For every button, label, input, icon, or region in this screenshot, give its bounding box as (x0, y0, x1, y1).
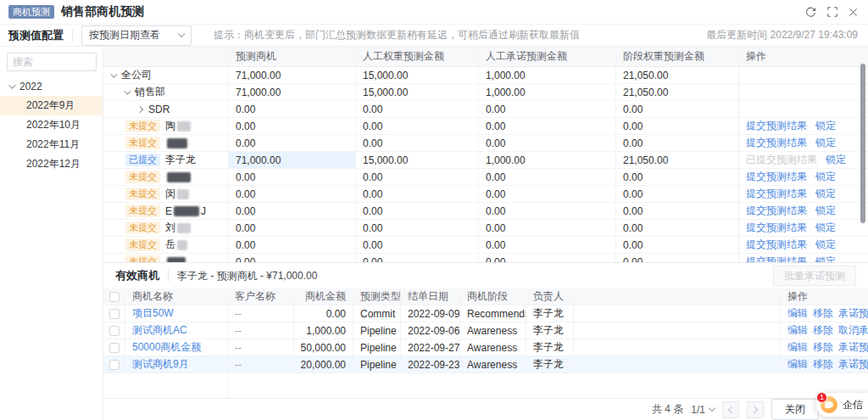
forecast-header-row: 预测商机人工权重预测金额人工承诺预测金额阶段权重预测金额操作 (103, 47, 868, 67)
group-name: SDR (148, 104, 170, 115)
cancel-commit-link[interactable]: 取消承诺 (838, 323, 868, 338)
lock-link[interactable]: 锁定 (815, 136, 836, 150)
row-checkbox[interactable] (109, 326, 120, 336)
value-cell: 0.00 (229, 186, 356, 202)
lock-link[interactable]: 锁定 (815, 170, 836, 184)
column-header: 客户名称 (228, 288, 294, 305)
close-button[interactable]: 关闭 (771, 399, 819, 420)
status-badge: 未提交 (125, 204, 160, 217)
submit-forecast-link[interactable]: 提交预测结果 (746, 238, 807, 252)
remove-link[interactable]: 移除 (813, 357, 833, 372)
submit-forecast-link[interactable]: 提交预测结果 (746, 136, 807, 150)
name-cell[interactable]: 已提交李子龙 (103, 152, 229, 168)
opportunity-name-link[interactable]: 测试商机AC (132, 323, 187, 338)
name-cell[interactable]: SDR (103, 101, 229, 117)
batch-commit-button[interactable]: 批量承诺预测 (773, 266, 856, 286)
submit-forecast-link[interactable]: 提交预测结果 (746, 255, 807, 262)
actions-cell: 编辑移除承诺预测 (780, 356, 868, 372)
stage-cell: Recommendati... (460, 305, 526, 322)
value-cell: 0.00 (356, 135, 479, 151)
chevron-right-icon[interactable] (136, 105, 143, 112)
name-cell[interactable]: 销售部 (103, 84, 229, 100)
commit-forecast-link[interactable]: 承诺预测 (838, 357, 868, 372)
edit-link[interactable]: 编辑 (787, 306, 808, 321)
value-cell: 0.00 (229, 169, 356, 185)
lock-link[interactable]: 锁定 (815, 221, 836, 235)
checkbox-cell (103, 322, 125, 339)
remove-link[interactable]: 移除 (813, 306, 833, 321)
column-header (103, 47, 229, 66)
column-header: 人工权重预测金额 (356, 47, 479, 66)
column-header: 操作 (739, 47, 868, 66)
submit-forecast-link[interactable]: 提交预测结果 (746, 170, 807, 184)
name-cell[interactable]: 未提交EJ (103, 203, 229, 219)
remove-link[interactable]: 移除 (813, 340, 833, 355)
opportunity-name-link[interactable]: 项目50W (132, 306, 174, 321)
lock-link[interactable]: 锁定 (815, 187, 836, 201)
tree-item-month-0[interactable]: 2022年9月 (0, 96, 103, 115)
value-cell: 0.00 (229, 203, 356, 219)
qixin-widget[interactable]: 1 企信 (816, 393, 868, 417)
prev-page-button[interactable] (722, 401, 739, 418)
edit-link[interactable]: 编辑 (787, 323, 808, 338)
name-cell[interactable]: 未提交 (103, 169, 229, 185)
edit-link[interactable]: 编辑 (787, 340, 808, 355)
commit-forecast-link[interactable]: 承诺预测 (838, 306, 868, 321)
value-cell: 0.00 (229, 237, 356, 253)
submit-forecast-link[interactable]: 提交预测结果 (746, 187, 807, 201)
row-checkbox[interactable] (109, 309, 120, 319)
submit-forecast-link[interactable]: 提交预测结果 (746, 119, 807, 133)
user-name: E (165, 205, 172, 217)
chevron-down-icon[interactable] (110, 70, 117, 77)
row-checkbox[interactable] (109, 343, 120, 353)
refresh-icon[interactable] (805, 7, 816, 18)
value-cell: 0.00 (479, 237, 616, 253)
submit-forecast-link[interactable]: 提交预测结果 (746, 204, 807, 218)
header-checkbox-cell (103, 288, 125, 305)
lock-link[interactable]: 锁定 (826, 153, 846, 167)
lock-link[interactable]: 锁定 (815, 255, 836, 262)
tree-node-year[interactable]: 2022 (0, 77, 103, 96)
column-header: 人工承诺预测金额 (479, 47, 616, 66)
vertical-scrollbar[interactable] (860, 64, 865, 223)
name-cell[interactable]: 未提交 (103, 135, 229, 151)
chevron-down-icon[interactable] (124, 87, 131, 94)
user-name: J (201, 205, 206, 217)
lock-link[interactable]: 锁定 (815, 119, 836, 133)
edit-link[interactable]: 编辑 (787, 357, 808, 372)
name-cell[interactable]: 未提交刘 (103, 220, 229, 236)
forecast-user-row: 未提交0.000.000.000.00提交预测结果锁定 (103, 135, 868, 152)
customer-cell: -- (228, 339, 294, 356)
name-cell[interactable]: 未提交陶 (103, 118, 229, 134)
checkbox-cell (103, 356, 125, 372)
lock-link[interactable]: 锁定 (815, 204, 836, 218)
redacted-name (177, 240, 187, 250)
tree-item-month-3[interactable]: 2022年12月 (0, 154, 103, 174)
next-page-button[interactable] (747, 401, 764, 418)
date-tree: 20222022年9月2022年10月2022年11月2022年12月 (0, 77, 103, 174)
notification-badge: 1 (816, 392, 827, 403)
page-select[interactable]: 1/1 (691, 404, 715, 416)
remove-link[interactable]: 移除 (813, 323, 833, 338)
submit-forecast-link[interactable]: 提交预测结果 (746, 221, 807, 235)
lock-link[interactable]: 锁定 (815, 238, 836, 252)
name-cell[interactable]: 全公司 (103, 67, 229, 83)
row-checkbox[interactable] (109, 360, 120, 370)
select-all-checkbox[interactable] (109, 292, 120, 302)
close-icon[interactable] (849, 8, 858, 17)
opportunity-name-link[interactable]: 测试商机9月 (132, 357, 189, 372)
tree-item-month-1[interactable]: 2022年10月 (0, 115, 103, 135)
status-badge: 未提交 (125, 171, 160, 183)
search-input[interactable] (7, 53, 97, 71)
name-cell[interactable]: 未提交岳 (103, 237, 229, 253)
name-cell[interactable]: 未提交闵 (103, 186, 229, 202)
commit-forecast-link[interactable]: 承诺预测 (838, 340, 868, 355)
actions-cell: 已提交预测结果锁定 (739, 152, 868, 168)
owner-cell: 李子龙 (526, 339, 574, 356)
fullscreen-icon[interactable] (827, 7, 837, 17)
view-mode-select[interactable]: 按预测日期查看 (81, 25, 192, 46)
opportunity-name-link[interactable]: 50000商机金额 (132, 340, 201, 355)
value-cell: 0.00 (616, 118, 739, 134)
tree-item-month-2[interactable]: 2022年11月 (0, 135, 103, 154)
name-cell[interactable]: 未提交 (103, 254, 229, 262)
